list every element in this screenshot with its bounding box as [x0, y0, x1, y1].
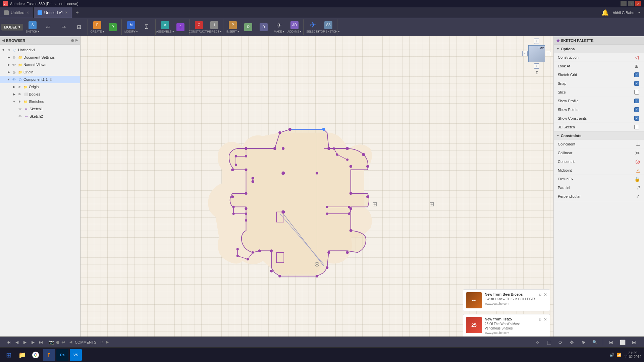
show-constraints-checkbox[interactable]: ✓	[633, 115, 640, 122]
taskbar-start[interactable]: ⊞	[3, 349, 15, 361]
revolve-button[interactable]: R	[105, 19, 120, 35]
new-sketch-button[interactable]: S SKETCH ▾	[25, 19, 40, 35]
comments-expand-icon[interactable]: ◀	[69, 340, 72, 344]
fit-button[interactable]: ⊞	[71, 19, 86, 35]
construction-control[interactable]: ◁	[633, 54, 640, 61]
maximize-button[interactable]: □	[628, 1, 634, 6]
options-section-header[interactable]: ▼ Options	[554, 45, 644, 53]
parallel-row[interactable]: Parallel //	[554, 183, 644, 192]
coincident-row[interactable]: Coincident ⊥	[554, 140, 644, 148]
notif-close-1[interactable]: ✕	[544, 292, 547, 297]
snap-row[interactable]: Snap ✓	[554, 79, 644, 88]
cursor-btn[interactable]: ⊹	[533, 338, 542, 347]
network-icon[interactable]: 📶	[616, 353, 622, 357]
taskbar-datetime[interactable]: 21:29 11-02-2019	[624, 351, 641, 359]
viewcube-left-arrow[interactable]: ←	[522, 51, 528, 56]
collinear-row[interactable]: Collinear ≫	[554, 148, 644, 157]
show-points-row[interactable]: Show Points ✓	[554, 105, 644, 114]
taskbar-photoshop[interactable]: Ps	[56, 349, 68, 361]
component1-settings-icon[interactable]: ⚙	[50, 78, 53, 81]
viewcube-up-arrow[interactable]: ↑	[534, 39, 539, 44]
3d-sketch-row[interactable]: 3D Sketch	[554, 123, 644, 131]
look-at-row[interactable]: Look At ⊞	[554, 62, 644, 70]
show-profile-row[interactable]: Show Profile ✓	[554, 97, 644, 105]
show-profile-checkbox[interactable]: ✓	[633, 98, 640, 104]
display-settings-btn[interactable]: ⊟	[629, 338, 639, 347]
stop-sketch-button[interactable]: SS STOP SKETCH ▾	[321, 19, 336, 35]
tree-item-doc-settings[interactable]: ▶ ⚙ 📁 Document Settings	[0, 54, 80, 61]
taskbar-explorer[interactable]: 📁	[16, 349, 28, 361]
show-constraints-row[interactable]: Show Constraints ✓	[554, 114, 644, 123]
zoom-window-btn[interactable]: ⊕	[579, 338, 588, 347]
viewcube[interactable]: TOP	[528, 45, 545, 62]
tree-item-component1[interactable]: ▼ 👁 ⬡ Component1:1 ⚙	[0, 76, 80, 83]
notif-gear-2[interactable]: ⚙	[539, 318, 542, 321]
browser-settings-icon[interactable]: ⊕	[71, 38, 74, 43]
constraints-section-header[interactable]: ▼ Constraints	[554, 132, 644, 140]
insert-button[interactable]: P INSERT ▾	[225, 19, 240, 35]
redo-button[interactable]: ↪	[56, 19, 71, 35]
fix-unfix-row[interactable]: Fix/UnFix 🔒	[554, 175, 644, 183]
snap-checkbox[interactable]: ✓	[633, 80, 640, 87]
grid-display-btn[interactable]: ⊞	[606, 338, 616, 347]
undo2-icon[interactable]: ↩	[61, 340, 65, 345]
midpoint-row[interactable]: Midpoint △	[554, 166, 644, 175]
tree-item-sketches[interactable]: ▼ 👁 📁 Sketches	[0, 98, 80, 105]
tab-close-active[interactable]: ✕	[65, 11, 68, 14]
tree-item-root[interactable]: ▼ ⚙ ⬡ Untitled v1	[0, 46, 80, 54]
close-button[interactable]: ✕	[635, 1, 641, 6]
sketch-grid-row[interactable]: Sketch Grid ✓	[554, 70, 644, 79]
pan-btn[interactable]: ✥	[567, 338, 577, 347]
tab-close[interactable]: ✕	[26, 11, 29, 14]
slice-checkbox[interactable]	[633, 89, 640, 96]
minimize-button[interactable]: ─	[621, 1, 627, 6]
tree-item-origin2[interactable]: ▶ 👁 📁 Origin	[0, 83, 80, 90]
tab-untitled-v1[interactable]: Untitled v1 ✕	[34, 7, 72, 18]
construct-button[interactable]: C CONSTRUCT ▾	[192, 19, 206, 35]
concentric-row[interactable]: Concentric ◎	[554, 157, 644, 166]
insert4-button[interactable]: ✈ MAKE ▾	[272, 19, 286, 35]
slice-row[interactable]: Slice	[554, 88, 644, 97]
tree-item-named-views[interactable]: ▶ 👁 📁 Named Views	[0, 61, 80, 68]
notifications-icon[interactable]: 🔔	[601, 9, 609, 16]
show-points-checkbox[interactable]: ✓	[633, 106, 640, 113]
tree-item-sketch1[interactable]: 👁 ✏ Sketch1	[0, 105, 80, 113]
volume-icon[interactable]: 🔊	[609, 353, 614, 357]
assemble-button[interactable]: A ASSEMBLE ▾	[158, 19, 172, 35]
tab-add-button[interactable]: +	[72, 7, 82, 18]
user-name[interactable]: Akhil G Babu	[613, 11, 634, 15]
select-tool-btn[interactable]: ⬚	[544, 338, 554, 347]
modify-button[interactable]: M MODIFY ▾	[124, 19, 139, 35]
3d-sketch-checkbox[interactable]	[633, 124, 640, 130]
tree-item-sketch2[interactable]: 👁 ✏ Sketch2	[0, 113, 80, 120]
inspect-button[interactable]: I INSPECT ▾	[207, 19, 222, 35]
tab-untitled[interactable]: Untitled ✕	[0, 7, 34, 18]
zoom-btn[interactable]: 🔍	[590, 338, 599, 347]
extrude-button[interactable]: E CREATE ▾	[90, 19, 105, 35]
sigma-button[interactable]: Σ	[139, 19, 154, 35]
comments-collapse-icon[interactable]: ▶	[106, 340, 109, 344]
undo-button[interactable]: ↩	[41, 19, 55, 35]
insert2-button[interactable]: I2	[241, 19, 256, 35]
model-dropdown[interactable]: MODEL ▾	[1, 24, 23, 31]
taskbar-fusion[interactable]: F	[43, 349, 55, 361]
assemble2-button[interactable]: J	[173, 19, 188, 35]
perpendicular-row[interactable]: Perpendicular ✓	[554, 192, 644, 201]
look-at-control[interactable]: ⊞	[633, 63, 640, 69]
viewport-btn[interactable]: ⬜	[618, 338, 627, 347]
addins-button[interactable]: AD ADD-INS ▾	[287, 19, 302, 35]
media-prev[interactable]: ◀	[13, 339, 20, 346]
sketch-grid-checkbox[interactable]: ✓	[633, 71, 640, 78]
notif-close-2[interactable]: ✕	[544, 317, 547, 322]
browser-expand-icon[interactable]: ◀	[2, 39, 5, 42]
viewcube-down-arrow[interactable]: ↓	[534, 63, 539, 69]
orbit-btn[interactable]: ⟳	[556, 338, 565, 347]
taskbar-chrome[interactable]	[30, 349, 42, 361]
browser-collapse-icon[interactable]: ▶	[75, 38, 78, 43]
insert3-button[interactable]: D	[256, 19, 271, 35]
media-step-forward[interactable]: ⏭	[38, 339, 44, 346]
capture-icon[interactable]: 📷	[48, 340, 54, 345]
viewcube-right-arrow[interactable]: →	[546, 51, 551, 56]
media-play[interactable]: ▶	[21, 339, 28, 346]
media-next[interactable]: ▶	[30, 339, 36, 346]
